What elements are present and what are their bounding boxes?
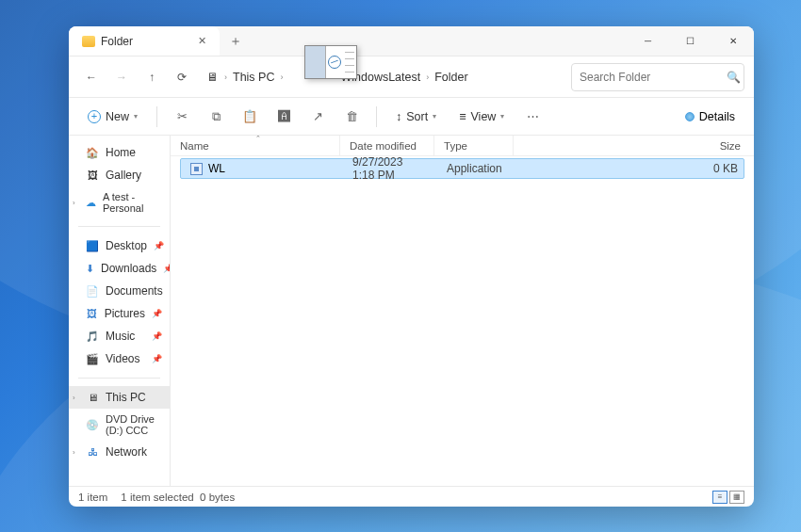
cloud-icon: ☁ xyxy=(86,196,96,209)
sidebar-item-desktop[interactable]: 🟦Desktop📌 xyxy=(69,234,170,257)
pin-icon: 📌 xyxy=(152,331,162,341)
new-button[interactable]: + New ▾ xyxy=(80,106,145,127)
tab-active[interactable]: Folder ✕ xyxy=(69,26,220,56)
pc-icon: 🖥 xyxy=(86,391,99,404)
chevron-right-icon: › xyxy=(73,394,75,402)
search-box[interactable]: 🔍 xyxy=(571,63,744,91)
breadcrumb[interactable]: 🖥 › This PC › › WindowsLatest › Folder xyxy=(199,63,567,91)
chevron-right-icon: › xyxy=(224,73,227,82)
details-button[interactable]: Details xyxy=(678,106,743,127)
sidebar: 🏠Home 🖼Gallery ›☁A test - Personal 🟦Desk… xyxy=(69,136,171,486)
column-size[interactable]: Size xyxy=(514,136,754,155)
navbar: ← → ↑ ⟳ 🖥 › This PC › › WindowsLatest › … xyxy=(69,56,754,98)
chevron-right-icon: › xyxy=(73,199,75,207)
view-icon: ≡ xyxy=(459,110,466,123)
refresh-button[interactable]: ⟳ xyxy=(169,64,195,90)
sidebar-item-dvd[interactable]: 💿DVD Drive (D:) CCC xyxy=(69,409,170,441)
new-tab-button[interactable]: ＋ xyxy=(220,26,252,56)
share-button[interactable]: ↗ xyxy=(304,104,331,130)
home-icon: 🏠 xyxy=(86,146,99,159)
minimize-button[interactable]: ─ xyxy=(627,26,669,56)
details-view-toggle[interactable]: ≡ xyxy=(712,491,727,504)
content-area: ⌃ Name Date modified Type Size WL 9/27/2… xyxy=(171,136,754,486)
file-row[interactable]: WL 9/27/2023 1:18 PM Application 0 KB xyxy=(180,158,744,179)
tab-close-button[interactable]: ✕ xyxy=(194,33,210,49)
sidebar-item-pictures[interactable]: 🖼Pictures📌 xyxy=(69,302,170,325)
chevron-right-icon: › xyxy=(280,73,283,82)
search-input[interactable] xyxy=(580,71,721,84)
gallery-icon: 🖼 xyxy=(86,169,99,182)
network-icon: 🖧 xyxy=(86,445,99,459)
pictures-icon: 🖼 xyxy=(86,307,98,320)
column-type[interactable]: Type xyxy=(434,136,514,155)
search-icon[interactable]: 🔍 xyxy=(727,71,741,84)
sort-button[interactable]: ↕ Sort ▾ xyxy=(388,106,444,127)
sort-icon: ↕ xyxy=(396,110,401,123)
sidebar-item-downloads[interactable]: ⬇Downloads📌 xyxy=(69,257,170,280)
sidebar-item-gallery[interactable]: 🖼Gallery xyxy=(69,164,170,186)
delete-button[interactable]: 🗑 xyxy=(338,104,365,130)
blocked-icon xyxy=(328,56,341,69)
status-selected: 1 item selected 0 bytes xyxy=(121,492,235,503)
video-icon: 🎬 xyxy=(86,352,99,365)
sidebar-item-documents[interactable]: 📄Documents📌 xyxy=(69,280,170,302)
pc-icon: 🖥 xyxy=(206,71,219,84)
compat-badge xyxy=(304,45,357,79)
application-icon xyxy=(190,163,203,175)
breadcrumb-item[interactable]: This PC xyxy=(233,71,274,84)
thumbnails-view-toggle[interactable]: ▦ xyxy=(729,491,744,504)
disc-icon: 💿 xyxy=(86,418,99,431)
desktop-icon: 🟦 xyxy=(86,239,99,252)
forward-button[interactable]: → xyxy=(108,64,135,90)
sidebar-item-home[interactable]: 🏠Home xyxy=(69,141,170,164)
sidebar-item-videos[interactable]: 🎬Videos📌 xyxy=(69,347,170,370)
chevron-down-icon: ▾ xyxy=(134,112,138,121)
titlebar: Folder ✕ ＋ ─ ☐ ✕ xyxy=(69,26,754,56)
column-date[interactable]: Date modified xyxy=(340,136,434,155)
breadcrumb-item[interactable]: Folder xyxy=(434,71,467,84)
pin-icon: 📌 xyxy=(152,309,162,318)
chevron-right-icon: › xyxy=(73,448,75,457)
folder-icon xyxy=(82,36,95,47)
chevron-down-icon: ▾ xyxy=(500,112,504,121)
sidebar-item-onedrive[interactable]: ›☁A test - Personal xyxy=(69,186,170,218)
pin-icon: 📌 xyxy=(163,264,171,273)
cut-button[interactable]: ✂ xyxy=(169,104,195,130)
status-count: 1 item xyxy=(78,492,107,503)
view-button[interactable]: ≡ View ▾ xyxy=(451,106,512,127)
rename-button[interactable]: 🅰 xyxy=(270,104,297,130)
sidebar-item-thispc[interactable]: ›🖥This PC xyxy=(69,386,170,409)
pin-icon: 📌 xyxy=(152,354,162,363)
copy-button[interactable]: ⧉ xyxy=(203,104,229,130)
sidebar-item-network[interactable]: ›🖧Network xyxy=(69,441,170,463)
explorer-window: Folder ✕ ＋ ─ ☐ ✕ ← → ↑ ⟳ 🖥 › This PC › ›… xyxy=(69,26,754,507)
tab-title: Folder xyxy=(101,35,133,48)
document-icon: 📄 xyxy=(86,284,99,298)
status-bar: 1 item 1 item selected 0 bytes ≡ ▦ xyxy=(69,486,754,507)
pin-icon: 📌 xyxy=(154,241,164,250)
info-icon xyxy=(685,112,695,121)
file-list[interactable]: WL 9/27/2023 1:18 PM Application 0 KB xyxy=(171,156,754,486)
sort-indicator-icon: ⌃ xyxy=(255,136,261,142)
toolbar: + New ▾ ✂ ⧉ 📋 🅰 ↗ 🗑 ↕ Sort ▾ ≡ View ▾ ⋯ … xyxy=(69,98,754,136)
more-button[interactable]: ⋯ xyxy=(519,104,546,130)
plus-icon: + xyxy=(88,110,101,123)
back-button[interactable]: ← xyxy=(78,64,105,90)
up-button[interactable]: ↑ xyxy=(139,64,165,90)
maximize-button[interactable]: ☐ xyxy=(669,26,711,56)
close-button[interactable]: ✕ xyxy=(711,26,754,56)
sidebar-item-music[interactable]: 🎵Music📌 xyxy=(69,325,170,347)
paste-button[interactable]: 📋 xyxy=(237,104,263,130)
music-icon: 🎵 xyxy=(86,330,99,343)
download-icon: ⬇ xyxy=(86,262,94,275)
chevron-down-icon: ▾ xyxy=(433,112,436,121)
chevron-right-icon: › xyxy=(426,73,429,82)
column-headers: ⌃ Name Date modified Type Size xyxy=(171,136,754,156)
